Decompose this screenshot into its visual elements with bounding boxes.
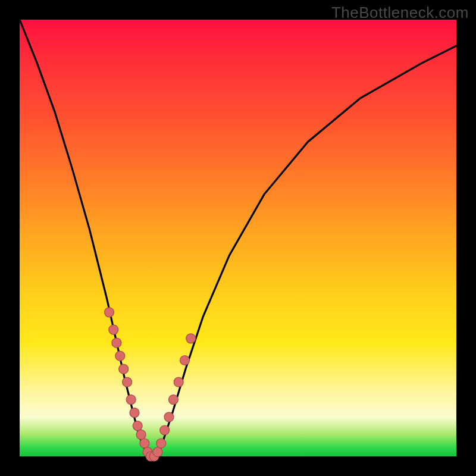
bead [180,356,190,365]
bead [160,425,170,435]
bead [119,364,129,374]
bead [153,447,162,457]
bead [112,338,121,347]
bead [130,408,139,418]
bead [136,430,146,439]
bead [126,395,136,405]
cluster-beads [105,308,196,461]
watermark-text: TheBottleneck.com [331,4,469,22]
bead [115,351,125,361]
bead [168,395,178,405]
bead [140,439,149,448]
bead [123,377,132,387]
bead [109,325,118,334]
bead [164,412,174,422]
bead [174,377,183,387]
bead [156,439,166,448]
chart-frame: TheBottleneck.com [0,0,476,476]
bottleneck-curve [20,20,456,456]
bead [186,334,196,343]
curve-layer [20,20,456,456]
plot-area [20,20,456,456]
bead [105,308,114,317]
bead [133,421,142,431]
